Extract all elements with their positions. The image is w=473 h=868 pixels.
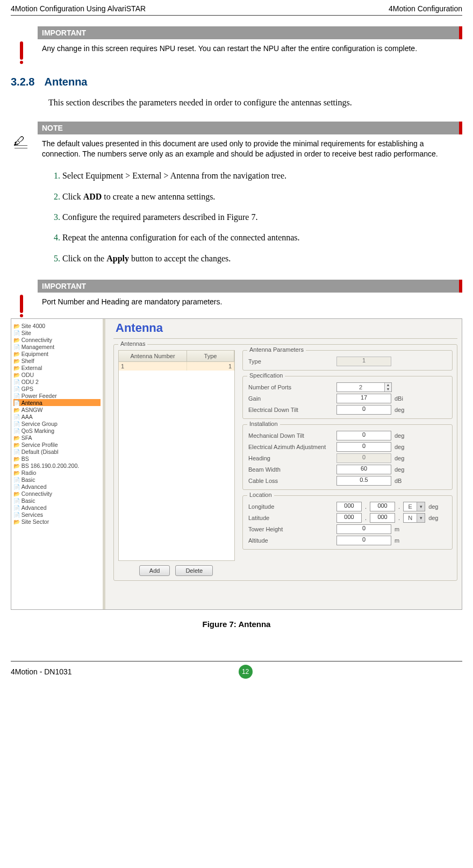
- location-group: Location Longitude 000. 000. E▾ deg Lati…: [242, 495, 453, 550]
- tree-node[interactable]: Site: [13, 329, 103, 336]
- edt-input[interactable]: 0: [336, 405, 391, 415]
- grid-cell: 1: [119, 362, 187, 371]
- tree-node-selected[interactable]: Antenna: [13, 399, 101, 406]
- tree-node[interactable]: Basic: [13, 497, 103, 504]
- chevron-down-icon: ▾: [417, 502, 425, 511]
- header-right: 4Motion Configuration: [389, 4, 462, 13]
- section-intro: This section describes the parameters ne…: [48, 95, 457, 111]
- panel-title: Antenna: [113, 321, 457, 336]
- lon-dir-select[interactable]: E▾: [403, 502, 425, 511]
- tower-label: Tower Height: [248, 526, 334, 532]
- type-field: 1: [336, 357, 391, 366]
- grid-cell: 1: [187, 362, 234, 371]
- cable-label: Cable Loss: [248, 478, 334, 484]
- add-button[interactable]: Add: [139, 565, 170, 576]
- callout-title: IMPORTANT: [38, 26, 462, 39]
- note-icon: [13, 137, 30, 151]
- tree-node[interactable]: SFA: [13, 434, 103, 441]
- tree-node[interactable]: Advanced: [13, 504, 103, 511]
- tree-node[interactable]: Site 4000: [13, 322, 103, 329]
- lat-min-input[interactable]: 000: [370, 513, 395, 523]
- step-1: Select Equipment > External > Antenna fr…: [62, 166, 462, 186]
- grid-row[interactable]: 1 1: [119, 362, 234, 371]
- beam-label: Beam Width: [248, 466, 334, 473]
- specification-group: Specification Number of Ports 2 ▲▼ Gain: [242, 376, 453, 419]
- mdt-label: Mechanical Down Tilt: [248, 432, 334, 439]
- eaa-input[interactable]: 0: [336, 442, 391, 452]
- chevron-up-icon[interactable]: ▲: [385, 383, 391, 387]
- chevron-down-icon[interactable]: ▼: [385, 387, 391, 392]
- grid-header-type[interactable]: Type: [187, 351, 234, 361]
- tower-input[interactable]: 0: [336, 524, 391, 534]
- footer-doc-id: 4Motion - DN1031: [11, 667, 72, 676]
- cable-input[interactable]: 0.5: [336, 476, 391, 486]
- tree-node[interactable]: AAA: [13, 413, 103, 420]
- page-footer: 4Motion - DN1031 12: [11, 661, 462, 684]
- tree-node[interactable]: ODU 2: [13, 378, 103, 385]
- altitude-input[interactable]: 0: [336, 536, 391, 545]
- lat-deg-input[interactable]: 000: [336, 513, 362, 523]
- figure-caption: Figure 7: Antenna: [11, 620, 462, 629]
- type-label: Type: [248, 358, 334, 365]
- step-2: Click ADD to create a new antenna settin…: [62, 187, 462, 207]
- section-heading: 3.2.8 Antenna: [11, 76, 462, 88]
- tree-node[interactable]: Management: [13, 343, 103, 350]
- chevron-down-icon: ▾: [417, 514, 425, 522]
- tree-node[interactable]: Equipment: [13, 350, 103, 357]
- header-left: 4Motion Configuration Using AlvariSTAR: [11, 4, 146, 13]
- tree-node[interactable]: BS: [13, 455, 103, 462]
- gain-label: Gain: [248, 395, 334, 402]
- tree-node[interactable]: ODU: [13, 371, 103, 378]
- tree-node[interactable]: Site Sector: [13, 518, 103, 525]
- section-number: 3.2.8: [11, 76, 34, 88]
- tree-node[interactable]: External: [13, 364, 103, 371]
- step-3: Configure the required parameters descri…: [62, 207, 462, 227]
- tree-node[interactable]: ASNGW: [13, 406, 103, 413]
- beam-input[interactable]: 60: [336, 465, 391, 474]
- eaa-label: Electrical Azimuth Adjustment: [248, 444, 334, 450]
- altitude-label: Altitude: [248, 537, 334, 544]
- tree-node[interactable]: Connectivity: [13, 490, 103, 497]
- tree-node[interactable]: Power Feeder: [13, 392, 103, 399]
- delete-button[interactable]: Delete: [175, 565, 213, 576]
- grid-header-antenna-number[interactable]: Antenna Number: [119, 351, 187, 361]
- lat-dir-select[interactable]: N▾: [403, 513, 425, 523]
- fieldset-legend: Antennas: [118, 340, 147, 347]
- callout-text: Port Number and Heading are mandatory pa…: [38, 293, 462, 308]
- tree-node[interactable]: Service Group: [13, 420, 103, 427]
- tree-node[interactable]: Connectivity: [13, 336, 103, 343]
- antenna-grid[interactable]: Antenna Number Type 1 1: [118, 350, 235, 561]
- tree-node[interactable]: Basic: [13, 476, 103, 483]
- antennas-fieldset: Antennas Antenna Number Type 1 1: [113, 344, 457, 581]
- callout-note: NOTE The default values presented in thi…: [11, 122, 462, 160]
- gain-input[interactable]: 17: [336, 394, 391, 403]
- tree-node[interactable]: GPS: [13, 385, 103, 392]
- mdt-input[interactable]: 0: [336, 431, 391, 440]
- tree-node[interactable]: QoS Marking: [13, 427, 103, 434]
- tree-node[interactable]: BS 186.190.0.200.200.: [13, 462, 103, 469]
- step-4: Repeat the antenna configuration for eac…: [62, 227, 462, 248]
- callout-important-1: IMPORTANT Any change in this screen requ…: [11, 26, 462, 60]
- nav-tree[interactable]: Site 4000 Site Connectivity Management E…: [11, 319, 105, 609]
- tree-node[interactable]: Shelf: [13, 357, 103, 364]
- important-icon: [20, 295, 23, 313]
- num-ports-stepper[interactable]: 2 ▲▼: [336, 382, 392, 392]
- step-5: Click on the Apply button to accept the …: [62, 248, 462, 269]
- main-panel: Antenna Antennas Antenna Number Type 1: [109, 319, 462, 609]
- note-text: The default values presented in this doc…: [38, 134, 462, 160]
- tree-node[interactable]: Radio: [13, 469, 103, 476]
- antenna-params-group: Antenna Parameters Type 1: [242, 350, 453, 371]
- steps-list: Select Equipment > External > Antenna fr…: [48, 166, 462, 269]
- callout-title: IMPORTANT: [38, 280, 462, 293]
- tree-node[interactable]: Service Profile: [13, 441, 103, 448]
- tree-node[interactable]: Default (Disabl: [13, 448, 103, 455]
- tree-node[interactable]: Services: [13, 511, 103, 518]
- callout-text: Any change in this screen requires NPU r…: [38, 39, 462, 55]
- lon-deg-input[interactable]: 000: [336, 502, 362, 511]
- heading-input[interactable]: 0: [336, 453, 391, 463]
- important-icon: [20, 41, 23, 60]
- lon-min-input[interactable]: 000: [370, 502, 395, 511]
- page-header: 4Motion Configuration Using AlvariSTAR 4…: [11, 0, 462, 16]
- tree-node[interactable]: Advanced: [13, 483, 103, 490]
- footer-page-number: 12: [239, 665, 253, 679]
